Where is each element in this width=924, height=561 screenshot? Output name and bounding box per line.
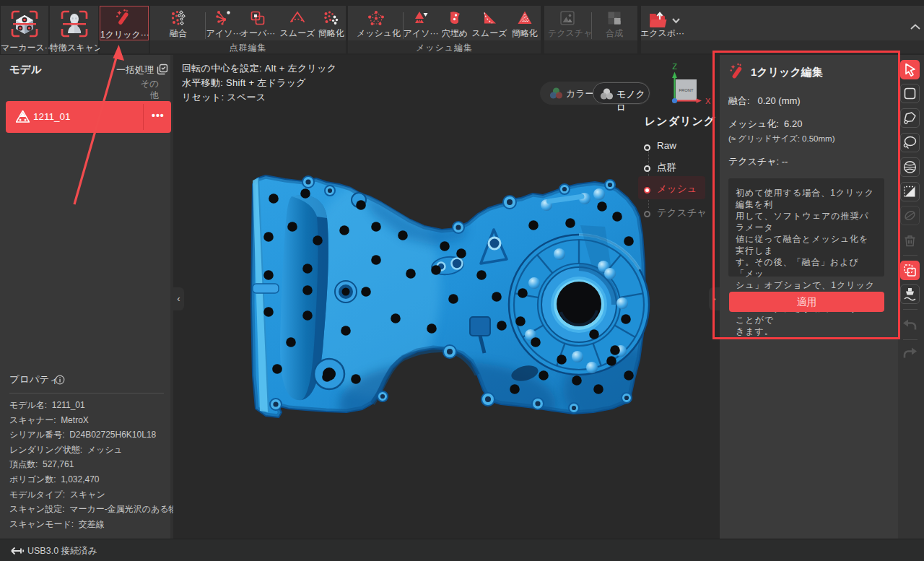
- svg-text:Z: Z: [672, 62, 677, 71]
- svg-text:FRONT: FRONT: [679, 88, 694, 92]
- svg-text:X: X: [705, 97, 711, 105]
